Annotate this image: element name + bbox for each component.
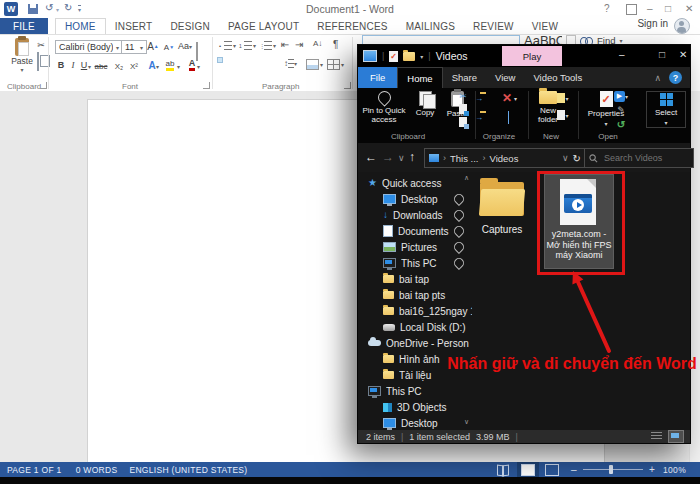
- text-effects-dropdown-icon[interactable]: ▾: [156, 63, 159, 70]
- paste-button[interactable]: Paste ▾: [8, 38, 36, 73]
- explorer-tab-share[interactable]: Share: [443, 67, 486, 88]
- cut-button[interactable]: ✂: [34, 39, 48, 51]
- zoom-in-button[interactable]: +: [649, 464, 655, 475]
- select-button[interactable]: Select ▾: [646, 91, 686, 128]
- tab-file[interactable]: FILE: [0, 18, 48, 34]
- tab-review[interactable]: REVIEW: [464, 18, 523, 34]
- shading-button[interactable]: ▾: [306, 59, 323, 70]
- cut-button[interactable]: ✂: [456, 90, 470, 102]
- read-mode-button[interactable]: [497, 465, 509, 475]
- copy-button[interactable]: Copy: [410, 91, 440, 117]
- word-minimize-button[interactable]: –: [647, 3, 653, 14]
- zoom-level[interactable]: 100%: [663, 465, 686, 475]
- sidebar-item-documents[interactable]: Documents: [358, 223, 472, 239]
- up-button[interactable]: ↑: [409, 150, 415, 164]
- sidebar-item-desktop-2[interactable]: Desktop: [358, 415, 472, 431]
- numbering-button[interactable]: 1▾: [239, 41, 256, 50]
- sidebar-item-this-pc-pinned[interactable]: This PC: [358, 255, 472, 271]
- details-view-button[interactable]: [651, 432, 662, 441]
- show-paragraph-marks-button[interactable]: ¶: [333, 39, 338, 50]
- explorer-close-button[interactable]: ✕: [679, 49, 687, 60]
- zoom-slider[interactable]: [583, 469, 643, 470]
- copy-button[interactable]: [37, 53, 39, 71]
- sidebar-item-bai-tap[interactable]: bai tap: [358, 271, 472, 287]
- sidebar-item-desktop[interactable]: Desktop: [358, 191, 472, 207]
- word-vertical-scrollbar[interactable]: [689, 91, 700, 462]
- increase-indent-button[interactable]: ⇥: [295, 39, 303, 50]
- align-center-button[interactable]: [233, 57, 239, 63]
- nav-scroll-down-icon[interactable]: ∨: [464, 418, 469, 426]
- explorer-tab-home[interactable]: Home: [397, 67, 442, 88]
- language-indicator[interactable]: ENGLISH (UNITED STATES): [129, 465, 247, 475]
- strikethrough-button[interactable]: abc: [94, 60, 108, 72]
- subscript-button[interactable]: X₂: [112, 60, 126, 72]
- zoom-out-button[interactable]: –: [571, 464, 577, 475]
- qat-new-folder-icon[interactable]: [403, 52, 415, 61]
- new-item-button[interactable]: ▾: [556, 92, 570, 104]
- word-maximize-button[interactable]: □: [665, 3, 671, 14]
- word-count[interactable]: 0 WORDS: [76, 465, 118, 475]
- tab-references[interactable]: REFERENCES: [308, 18, 396, 34]
- web-layout-button[interactable]: [545, 464, 559, 476]
- tab-design[interactable]: DESIGN: [161, 18, 219, 34]
- large-icons-view-button[interactable]: [668, 430, 684, 443]
- explorer-tab-view[interactable]: View: [486, 67, 524, 88]
- tab-mailings[interactable]: MAILINGS: [397, 18, 464, 34]
- sidebar-item-bai-tap-pts[interactable]: bai tap pts: [358, 287, 472, 303]
- superscript-button[interactable]: X²: [127, 60, 141, 72]
- sidebar-item-quick-access[interactable]: ★Quick access: [358, 175, 472, 191]
- shrink-font-button[interactable]: A▼: [162, 41, 176, 53]
- align-right-button[interactable]: [249, 57, 255, 63]
- tab-page-layout[interactable]: PAGE LAYOUT: [219, 18, 308, 34]
- sidebar-item-onedrive[interactable]: OneDrive - Person: [358, 335, 472, 351]
- play-contextual-tab[interactable]: Play: [502, 46, 562, 66]
- refresh-icon[interactable]: ↻: [573, 153, 581, 164]
- explorer-tab-video-tools[interactable]: Video Tools: [524, 67, 591, 88]
- explorer-minimize-button[interactable]: –: [619, 49, 625, 60]
- address-dropdown-icon[interactable]: ∨: [562, 153, 569, 163]
- page-indicator[interactable]: PAGE 1 OF 1: [7, 465, 62, 475]
- highlight-dropdown-icon[interactable]: ▾: [177, 63, 180, 70]
- qat-customize-icon[interactable]: ▾: [420, 53, 423, 60]
- nav-scroll-up-icon[interactable]: ∧: [464, 174, 469, 182]
- paragraph-dialog-launcher[interactable]: [344, 82, 351, 89]
- breadcrumb-this-pc[interactable]: This ...: [450, 153, 479, 164]
- ribbon-display-options-button[interactable]: [626, 4, 637, 15]
- address-box[interactable]: › This ... › Videos ∨ ↻: [424, 148, 586, 168]
- change-case-button[interactable]: Aa▾: [178, 40, 192, 52]
- help-button[interactable]: ?: [604, 3, 610, 14]
- print-layout-button[interactable]: [517, 462, 539, 478]
- file-tile-captures[interactable]: Captures: [470, 176, 534, 235]
- tab-insert[interactable]: INSERT: [106, 18, 162, 34]
- sidebar-item-pictures[interactable]: Pictures: [358, 239, 472, 255]
- sidebar-item-3d-objects[interactable]: 3D Objects: [358, 399, 472, 415]
- grow-font-button[interactable]: A▲: [146, 40, 160, 52]
- sidebar-item-local-disk-d[interactable]: Local Disk (D:): [358, 319, 472, 335]
- copy-path-button[interactable]: [456, 103, 470, 115]
- borders-button[interactable]: ▾: [327, 59, 344, 70]
- decrease-indent-button[interactable]: ⇤: [281, 39, 289, 50]
- search-input[interactable]: [602, 152, 684, 164]
- recent-locations-icon[interactable]: ∨: [398, 153, 405, 163]
- breadcrumb-videos[interactable]: Videos: [490, 153, 519, 164]
- sidebar-item-downloads[interactable]: ↓Downloads: [358, 207, 472, 223]
- font-name-combo[interactable]: Calibri (Body) ▾: [55, 40, 123, 54]
- explorer-help-icon[interactable]: ?: [669, 71, 682, 84]
- underline-dropdown-icon[interactable]: ▾: [88, 63, 91, 70]
- forward-button[interactable]: →: [382, 150, 394, 164]
- tab-view[interactable]: VIEW: [523, 18, 567, 34]
- edit-button[interactable]: ✎: [614, 104, 628, 116]
- explorer-maximize-button[interactable]: □: [659, 49, 665, 60]
- avatar-icon[interactable]: [674, 18, 690, 34]
- search-box[interactable]: [584, 148, 694, 168]
- open-button[interactable]: ▶▾: [614, 90, 628, 102]
- sidebar-item-bai16[interactable]: bai16_125ngay 1: [358, 303, 472, 319]
- delete-button[interactable]: ✕▾: [502, 92, 517, 104]
- paste-shortcut-button[interactable]: [456, 116, 470, 128]
- explorer-tab-file[interactable]: File: [358, 67, 397, 88]
- font-color-dropdown-icon[interactable]: ▾: [197, 63, 200, 70]
- font-size-combo[interactable]: 11 ▾: [121, 40, 147, 54]
- sidebar-item-this-pc[interactable]: This PC: [358, 383, 472, 399]
- multilevel-list-button[interactable]: ⋮▾: [259, 41, 276, 50]
- history-button[interactable]: ↺: [614, 118, 628, 130]
